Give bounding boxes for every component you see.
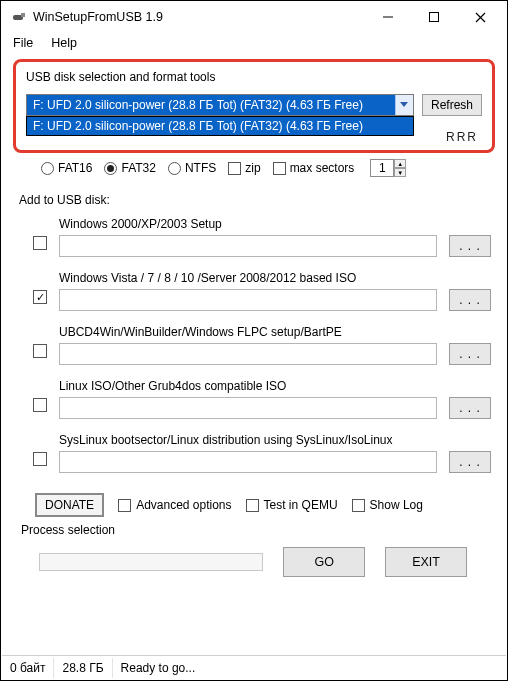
spinner-value: 1	[379, 161, 386, 175]
status-bar: 0 байт 28.8 ГБ Ready to go...	[2, 655, 506, 679]
item-label: UBCD4Win/WinBuilder/Windows FLPC setup/B…	[59, 325, 437, 339]
radio-ntfs[interactable]: NTFS	[168, 161, 216, 175]
donate-button[interactable]: DONATE	[35, 493, 104, 517]
item-checkbox[interactable]	[33, 452, 47, 466]
close-button[interactable]	[457, 2, 503, 32]
list-item: UBCD4Win/WinBuilder/Windows FLPC setup/B…	[13, 323, 495, 367]
progress-bar	[39, 553, 263, 571]
checkbox-icon	[228, 162, 241, 175]
spinner-down-icon[interactable]: ▼	[394, 168, 406, 177]
list-item: ✓ Windows Vista / 7 / 8 / 10 /Server 200…	[13, 269, 495, 313]
status-message: Ready to go...	[113, 658, 506, 678]
app-icon	[11, 9, 27, 25]
usb-disk-option[interactable]: F: UFD 2.0 silicon-power (28.8 ГБ Tot) (…	[27, 117, 413, 135]
list-item: Linux ISO/Other Grub4dos compatible ISO …	[13, 377, 495, 421]
checkbox-icon	[246, 499, 259, 512]
checkbox-icon	[273, 162, 286, 175]
usb-disk-selected[interactable]: F: UFD 2.0 silicon-power (28.8 ГБ Tot) (…	[26, 94, 414, 116]
checkbox-advanced-options[interactable]: Advanced options	[118, 498, 231, 512]
browse-button[interactable]: . . .	[449, 235, 491, 257]
checkbox-max-sectors-label: max sectors	[290, 161, 355, 175]
spinner-up-icon[interactable]: ▲	[394, 159, 406, 168]
radio-fat32[interactable]: FAT32	[104, 161, 155, 175]
item-path-input[interactable]	[59, 235, 437, 257]
show-log-label: Show Log	[370, 498, 423, 512]
svg-marker-6	[400, 102, 408, 107]
title-bar: WinSetupFromUSB 1.9	[1, 1, 507, 33]
radio-ntfs-label: NTFS	[185, 161, 216, 175]
usb-section-title: USB disk selection and format tools	[26, 70, 482, 84]
checkbox-zip[interactable]: zip	[228, 161, 260, 175]
item-label: Linux ISO/Other Grub4dos compatible ISO	[59, 379, 437, 393]
chevron-down-icon[interactable]	[395, 95, 413, 115]
radio-icon	[168, 162, 181, 175]
list-item: Windows 2000/XP/2003 Setup . . .	[13, 215, 495, 259]
item-path-input[interactable]	[59, 451, 437, 473]
item-label: SysLinux bootsector/Linux distribution u…	[59, 433, 437, 447]
browse-button[interactable]: . . .	[449, 451, 491, 473]
item-path-input[interactable]	[59, 397, 437, 419]
checkbox-zip-label: zip	[245, 161, 260, 175]
menu-file[interactable]: File	[9, 35, 37, 51]
status-size: 28.8 ГБ	[54, 658, 112, 678]
item-checkbox[interactable]	[33, 236, 47, 250]
item-checkbox[interactable]: ✓	[33, 290, 47, 304]
maximize-button[interactable]	[411, 2, 457, 32]
usb-disk-combobox[interactable]: F: UFD 2.0 silicon-power (28.8 ГБ Tot) (…	[26, 94, 414, 116]
radio-fat32-label: FAT32	[121, 161, 155, 175]
checkbox-max-sectors[interactable]: max sectors	[273, 161, 355, 175]
options-row: DONATE Advanced options Test in QEMU Sho…	[13, 485, 495, 521]
list-item: SysLinux bootsector/Linux distribution u…	[13, 431, 495, 475]
usb-disk-dropdown-list: F: UFD 2.0 silicon-power (28.8 ГБ Tot) (…	[26, 116, 414, 136]
sectors-spinner[interactable]: 1 ▲ ▼	[370, 159, 394, 177]
radio-icon	[104, 162, 117, 175]
checkbox-icon	[118, 499, 131, 512]
checkbox-test-qemu[interactable]: Test in QEMU	[246, 498, 338, 512]
browse-button[interactable]: . . .	[449, 343, 491, 365]
item-checkbox[interactable]	[33, 398, 47, 412]
svg-rect-1	[21, 13, 25, 17]
menu-help[interactable]: Help	[47, 35, 81, 51]
minimize-button[interactable]	[365, 2, 411, 32]
refresh-button[interactable]: Refresh	[422, 94, 482, 116]
item-label: Windows 2000/XP/2003 Setup	[59, 217, 437, 231]
browse-button[interactable]: . . .	[449, 289, 491, 311]
advanced-options-label: Advanced options	[136, 498, 231, 512]
item-label: Windows Vista / 7 / 8 / 10 /Server 2008/…	[59, 271, 437, 285]
obscured-text: RRR	[446, 130, 478, 144]
add-section-title: Add to USB disk:	[19, 193, 495, 207]
checkmark-icon: ✓	[36, 292, 45, 303]
svg-rect-3	[430, 13, 439, 22]
format-options-row: FAT16 FAT32 NTFS zip max sectors 1 ▲ ▼	[13, 155, 495, 179]
checkbox-icon	[352, 499, 365, 512]
menu-bar: File Help	[1, 33, 507, 53]
item-path-input[interactable]	[59, 289, 437, 311]
window-title: WinSetupFromUSB 1.9	[33, 10, 365, 24]
action-row: GO EXIT	[13, 537, 495, 583]
browse-button[interactable]: . . .	[449, 397, 491, 419]
process-selection-label: Process selection	[13, 523, 495, 537]
checkbox-show-log[interactable]: Show Log	[352, 498, 423, 512]
radio-fat16-label: FAT16	[58, 161, 92, 175]
status-bytes: 0 байт	[2, 658, 54, 678]
exit-button[interactable]: EXIT	[385, 547, 467, 577]
go-button[interactable]: GO	[283, 547, 365, 577]
item-checkbox[interactable]	[33, 344, 47, 358]
item-path-input[interactable]	[59, 343, 437, 365]
usb-selection-group: USB disk selection and format tools F: U…	[13, 59, 495, 153]
radio-icon	[41, 162, 54, 175]
test-qemu-label: Test in QEMU	[264, 498, 338, 512]
radio-fat16[interactable]: FAT16	[41, 161, 92, 175]
